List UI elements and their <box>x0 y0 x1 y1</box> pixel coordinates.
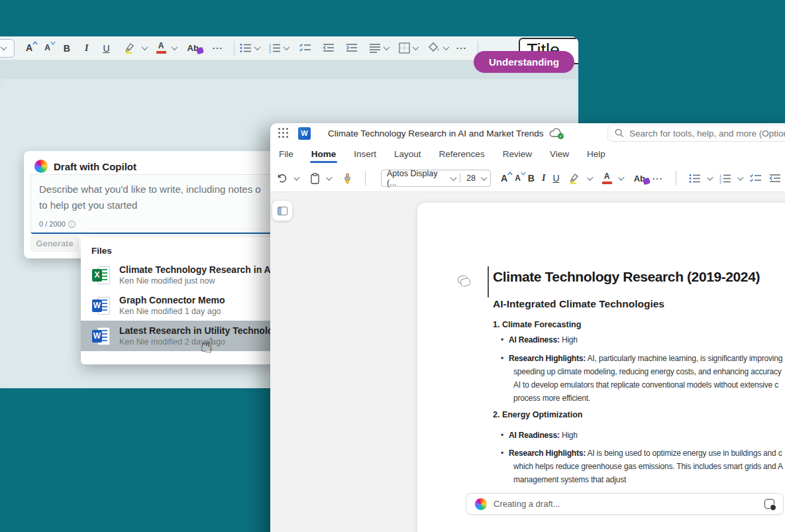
shading-dropdown[interactable] <box>443 44 449 50</box>
doc-heading-1: Climate Technology Research (2019-2024) <box>493 269 760 285</box>
app-launcher-icon[interactable] <box>278 128 289 138</box>
eraser-icon <box>196 47 204 55</box>
align-button[interactable] <box>369 43 381 53</box>
style-dropdown[interactable] <box>0 39 15 58</box>
red-color-bar <box>602 182 612 184</box>
char-counter: 0 / 2000 i <box>39 220 76 228</box>
numbered-list-dropdown[interactable] <box>283 44 289 50</box>
decrease-indent-button[interactable] <box>323 43 335 53</box>
numbered-list-dropdown[interactable] <box>737 174 743 180</box>
font-color-button[interactable]: A <box>602 173 612 184</box>
font-name-select[interactable]: Aptos Display (... <box>382 169 460 187</box>
bold-button[interactable]: B <box>64 43 70 54</box>
search-input[interactable] <box>629 129 785 138</box>
font-color-dropdown[interactable] <box>171 44 178 50</box>
align-dropdown[interactable] <box>383 44 390 50</box>
undo-button[interactable] <box>276 173 288 184</box>
format-painter-icon <box>342 173 352 184</box>
highlight-dropdown[interactable] <box>587 174 593 180</box>
file-row-climate-research[interactable]: X Climate Technology Research in AI... K… <box>81 260 278 290</box>
highlight-dropdown[interactable] <box>141 44 148 50</box>
text-cursor <box>488 266 489 297</box>
italic-button[interactable]: I <box>542 173 545 184</box>
numbered-list-button[interactable]: 1 2 3 <box>719 174 731 184</box>
red-color-bar <box>156 51 166 54</box>
copilot-status-text: Creating a draft... <box>494 499 758 509</box>
menu-review[interactable]: Review <box>503 143 532 165</box>
menu-references[interactable]: References <box>439 143 485 165</box>
chevron-down-icon <box>481 174 488 181</box>
prompt-textarea[interactable]: Describe what you'd like to write, inclu… <box>30 174 282 234</box>
sidebar-pane-icon <box>278 207 288 215</box>
shrink-font-button[interactable]: A <box>44 44 50 52</box>
word-file-icon: W <box>92 296 110 315</box>
search-box[interactable] <box>607 125 785 142</box>
paste-dropdown[interactable] <box>326 174 332 180</box>
paste-button[interactable] <box>310 173 320 184</box>
underline-button[interactable]: U <box>103 43 109 54</box>
underline-button[interactable]: U <box>552 173 559 184</box>
format-painter-button[interactable] <box>342 173 352 184</box>
font-size-select[interactable]: 28 <box>460 174 490 183</box>
pane-toggle-button[interactable] <box>272 201 292 221</box>
borders-dropdown[interactable] <box>412 44 419 50</box>
excel-file-icon: X <box>92 266 110 285</box>
undo-dropdown[interactable] <box>293 174 299 180</box>
file-meta: Ken Nie modified 1 day ago <box>119 307 225 316</box>
bold-button[interactable]: B <box>528 173 535 184</box>
word-app-icon[interactable]: W <box>298 127 311 140</box>
decrease-indent-icon <box>323 43 335 53</box>
svg-text:3: 3 <box>719 180 721 184</box>
font-color-button[interactable]: A <box>156 42 166 54</box>
increase-indent-icon <box>346 43 358 53</box>
highlight-button[interactable] <box>568 173 581 184</box>
italic-button[interactable]: I <box>85 43 88 54</box>
menu-view[interactable]: View <box>550 143 569 165</box>
checklist-button[interactable] <box>299 43 311 53</box>
numbered-list-icon: 1 2 3 <box>269 43 281 53</box>
clear-formatting-button[interactable]: Ab <box>187 43 199 53</box>
highlight-button[interactable] <box>124 42 136 54</box>
file-row-graph-connector-memo[interactable]: W Graph Connector Memo Ken Nie modified … <box>81 290 278 321</box>
decrease-indent-button[interactable] <box>769 174 781 184</box>
bullet-list-dropdown[interactable] <box>707 174 713 180</box>
document-canvas: Climate Technology Research (2019-2024) … <box>270 192 785 532</box>
placeholder-line: Describe what you'd like to write, inclu… <box>39 182 274 197</box>
menu-file[interactable]: File <box>279 143 293 165</box>
copilot-status-bar[interactable]: Creating a draft... <box>466 493 784 515</box>
stop-generating-icon[interactable] <box>764 499 774 509</box>
bullet-list-button[interactable] <box>689 174 701 184</box>
file-row-latest-research-selected[interactable]: W Latest Research in Utility Technolo...… <box>81 321 278 351</box>
shading-button[interactable] <box>428 42 441 54</box>
menu-home[interactable]: Home <box>311 143 337 165</box>
numbered-list-button[interactable]: 1 2 3 <box>269 43 281 53</box>
more-formatting-button[interactable]: ··· <box>653 174 663 184</box>
increase-indent-button[interactable] <box>346 43 358 53</box>
grow-font-button[interactable]: A <box>26 44 32 52</box>
bullet-list-dropdown[interactable] <box>254 44 260 50</box>
font-color-dropdown[interactable] <box>618 174 624 180</box>
highlighter-icon <box>568 173 581 184</box>
grow-font-button[interactable]: A <box>501 175 507 182</box>
menu-layout[interactable]: Layout <box>394 143 421 165</box>
clear-formatting-button[interactable]: Ab <box>634 174 645 184</box>
more-toolbar-button[interactable]: ··· <box>456 43 467 53</box>
file-meta: Ken Nie modified 2 days ago <box>119 337 278 346</box>
menu-bar: File Home Insert Layout References Revie… <box>270 143 785 165</box>
chevron-down-icon <box>450 174 457 181</box>
search-icon <box>615 129 624 138</box>
checklist-button[interactable] <box>750 174 762 184</box>
shrink-font-button[interactable]: A <box>515 175 521 182</box>
more-formatting-button[interactable]: ··· <box>213 43 223 53</box>
doc-bullet: Research Highlights: AI is being used to… <box>501 447 783 486</box>
dialog-title: Draft with Copilot <box>54 161 136 172</box>
borders-button[interactable] <box>399 42 410 54</box>
checklist-icon <box>299 43 311 53</box>
document-page[interactable]: Climate Technology Research (2019-2024) … <box>417 203 785 532</box>
menu-help[interactable]: Help <box>587 143 605 165</box>
caret-up-icon <box>507 172 513 176</box>
bullet-list-button[interactable] <box>240 43 252 53</box>
generate-button[interactable]: Generate <box>30 235 79 252</box>
copilot-margin-icon[interactable] <box>457 274 472 289</box>
menu-insert[interactable]: Insert <box>354 143 376 165</box>
